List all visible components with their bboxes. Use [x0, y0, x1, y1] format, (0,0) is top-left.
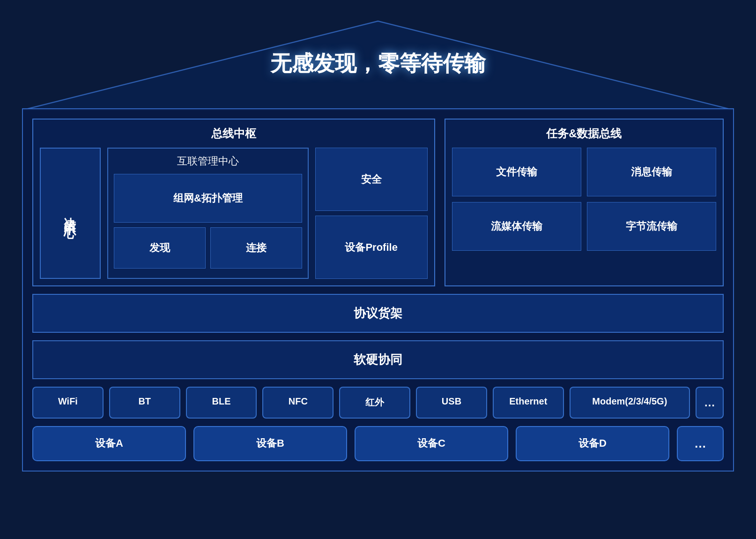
hw-ble[interactable]: BLE [186, 387, 257, 419]
bus-hub-section: 总线中枢 决策中心 互联管理中心 组网&拓扑管理 [32, 119, 435, 286]
device-c[interactable]: 设备C [355, 426, 508, 461]
device-more[interactable]: … [677, 426, 724, 461]
hw-more[interactable]: … [696, 387, 724, 419]
house-body: 总线中枢 决策中心 互联管理中心 组网&拓扑管理 [22, 108, 734, 472]
hw-wifi[interactable]: WiFi [32, 387, 104, 419]
file-transfer-box: 文件传输 [452, 148, 581, 196]
device-b[interactable]: 设备B [193, 426, 347, 461]
right-panel: 安全 设备Profile [315, 148, 428, 279]
byte-transfer-box: 字节流传输 [587, 202, 716, 251]
hw-nfc[interactable]: NFC [262, 387, 334, 419]
interconnect-title: 互联管理中心 [114, 154, 302, 168]
hw-modem[interactable]: Modem(2/3/4/5G) [570, 387, 690, 419]
device-row: 设备A 设备B 设备C 设备D … [32, 426, 724, 461]
protocol-shelf: 协议货架 [32, 294, 724, 333]
bus-hub-title: 总线中枢 [40, 126, 428, 141]
task-data-inner: 文件传输 消息传输 流媒体传输 字节流传输 [452, 148, 716, 251]
main-container: 无感发现，零等待传输 总线中枢 决策中心 互联管理中心 [22, 16, 734, 523]
hw-usb[interactable]: USB [416, 387, 487, 419]
sw-hw-collab: 软硬协同 [32, 340, 724, 379]
decision-center: 决策中心 [40, 148, 101, 279]
message-transfer-box: 消息传输 [587, 148, 716, 196]
stream-transfer-box: 流媒体传输 [452, 202, 581, 251]
hw-bt[interactable]: BT [109, 387, 180, 419]
task-data-bus-section: 任务&数据总线 文件传输 消息传输 流媒体传输 字节流传输 [445, 119, 724, 286]
device-profile-box: 设备Profile [315, 216, 428, 279]
network-topo-box: 组网&拓扑管理 [114, 174, 302, 223]
bus-hub-inner: 决策中心 互联管理中心 组网&拓扑管理 发现 连接 [40, 148, 428, 279]
discovery-box: 发现 [114, 227, 206, 269]
device-d[interactable]: 设备D [516, 426, 669, 461]
task-data-bus-title: 任务&数据总线 [452, 126, 716, 141]
connection-box: 连接 [210, 227, 302, 269]
hw-ethernet[interactable]: Ethernet [493, 387, 564, 419]
top-row: 总线中枢 决策中心 互联管理中心 组网&拓扑管理 [32, 119, 724, 286]
interconnect-inner: 组网&拓扑管理 发现 连接 [114, 174, 302, 269]
ic-row-bottom: 发现 连接 [114, 227, 302, 269]
hardware-row: WiFi BT BLE NFC 红外 USB Ethernet Modem(2/… [32, 387, 724, 419]
hw-infrared[interactable]: 红外 [339, 387, 410, 419]
interconnect-center: 互联管理中心 组网&拓扑管理 发现 连接 [107, 148, 309, 279]
page-title: 无感发现，零等待传输 [270, 51, 486, 75]
device-a[interactable]: 设备A [32, 426, 186, 461]
ic-row-top: 组网&拓扑管理 [114, 174, 302, 223]
security-box: 安全 [315, 148, 428, 211]
